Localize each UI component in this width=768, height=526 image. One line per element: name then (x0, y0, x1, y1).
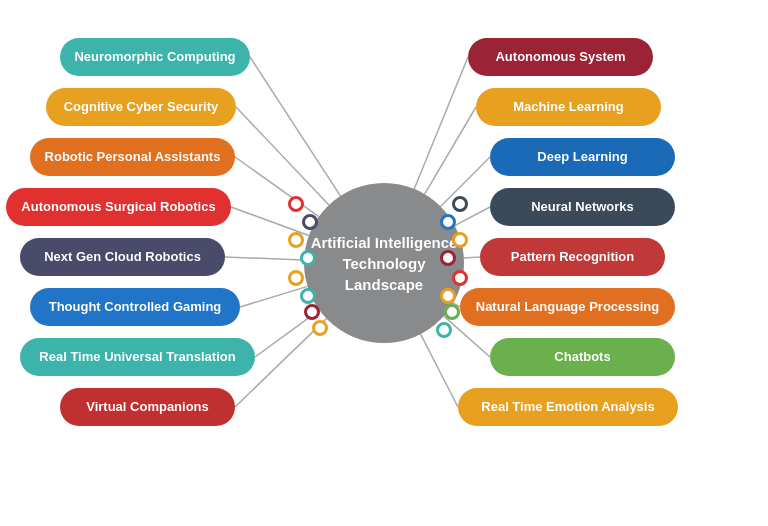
right-node-nlp[interactable]: Natural Language Processing (460, 288, 675, 326)
right-node-pattern[interactable]: Pattern Recognition (480, 238, 665, 276)
svg-line-12 (464, 257, 480, 258)
mind-map-diagram: Artificial Intelligence Technology Lands… (0, 0, 768, 526)
right-node-emotion[interactable]: Real Time Emotion Analysis (458, 388, 678, 426)
svg-line-2 (235, 157, 319, 217)
left-node-companions[interactable]: Virtual Companions (60, 388, 235, 426)
connector-dot (452, 196, 468, 212)
connector-dot (452, 232, 468, 248)
left-node-cognitive[interactable]: Cognitive Cyber Security (46, 88, 236, 126)
left-node-neuromorphic[interactable]: Neuromorphic Computing (60, 38, 250, 76)
connector-dot (440, 288, 456, 304)
svg-line-0 (250, 57, 340, 196)
left-node-gaming[interactable]: Thought Controlled Gaming (30, 288, 240, 326)
svg-line-1 (236, 107, 329, 205)
center-node: Artificial Intelligence Technology Lands… (304, 183, 464, 343)
connector-dot (300, 288, 316, 304)
right-node-ml[interactable]: Machine Learning (476, 88, 661, 126)
svg-line-5 (240, 286, 307, 307)
connector-dot (302, 214, 318, 230)
connector-dot (304, 304, 320, 320)
connector-dot (312, 320, 328, 336)
right-node-dl[interactable]: Deep Learning (490, 138, 675, 176)
left-node-robotic[interactable]: Robotic Personal Assistants (30, 138, 235, 176)
left-node-surgical[interactable]: Autonomous Surgical Robotics (6, 188, 231, 226)
connector-dot (452, 270, 468, 286)
connector-dot (300, 250, 316, 266)
right-node-chatbots[interactable]: Chatbots (490, 338, 675, 376)
connector-dot (440, 214, 456, 230)
left-node-cloud[interactable]: Next Gen Cloud Robotics (20, 238, 225, 276)
connector-dot (288, 270, 304, 286)
svg-line-4 (225, 257, 304, 260)
connector-dot (288, 196, 304, 212)
connector-dot (444, 304, 460, 320)
connector-dot (440, 250, 456, 266)
svg-line-15 (421, 334, 458, 407)
right-node-autonomous[interactable]: Autonomous System (468, 38, 653, 76)
connector-dot (288, 232, 304, 248)
connector-dot (436, 322, 452, 338)
left-node-translation[interactable]: Real Time Universal Translation (20, 338, 255, 376)
svg-line-9 (425, 107, 476, 194)
svg-line-8 (414, 57, 468, 189)
right-node-nn[interactable]: Neural Networks (490, 188, 675, 226)
